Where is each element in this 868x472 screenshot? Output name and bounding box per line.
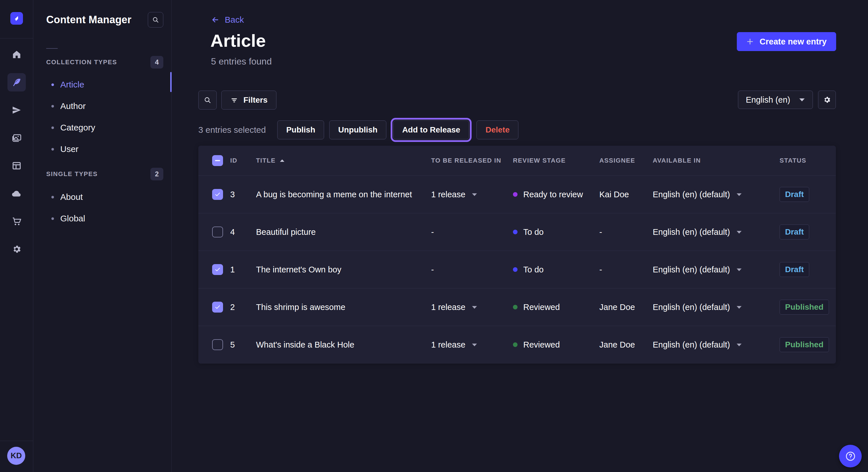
rail-content-manager-icon[interactable]: [7, 73, 26, 92]
release-value: 1 release: [431, 190, 465, 199]
sidebar-item-label: Category: [60, 123, 95, 133]
unpublish-button[interactable]: Unpublish: [329, 121, 386, 139]
entry-title: The internet's Own boy: [256, 265, 431, 274]
locale-cell[interactable]: English (en) (default): [653, 303, 780, 312]
locale-cell[interactable]: English (en) (default): [653, 227, 780, 237]
help-button[interactable]: [839, 445, 862, 467]
sidebar-search-button[interactable]: [148, 12, 163, 28]
locale-cell[interactable]: English (en) (default): [653, 340, 780, 349]
release-cell[interactable]: -: [431, 265, 513, 274]
col-header-assignee[interactable]: ASSIGNEE: [599, 157, 653, 164]
chevron-down-icon: [736, 193, 742, 196]
release-cell[interactable]: -: [431, 227, 513, 237]
select-all-checkbox[interactable]: [212, 155, 223, 166]
sidebar-item-article[interactable]: Article: [34, 74, 172, 95]
sidebar-item-label: Global: [60, 214, 85, 224]
rail-home-icon[interactable]: [7, 45, 26, 64]
col-header-title[interactable]: TITLE: [256, 157, 431, 164]
rail-content-type-builder-icon[interactable]: [7, 157, 26, 175]
sidebar-item-label: About: [60, 192, 83, 202]
assignee-value: Kai Doe: [599, 190, 653, 199]
rail-deploy-cloud-icon[interactable]: [7, 184, 26, 203]
status-badge[interactable]: Draft: [780, 187, 809, 202]
chevron-down-icon: [472, 305, 477, 309]
search-icon: [204, 96, 211, 104]
check-icon: [214, 266, 221, 273]
collection-types-label: COLLECTION TYPES: [46, 59, 117, 66]
locale-select[interactable]: English (en): [738, 91, 813, 109]
col-header-id[interactable]: ID: [230, 157, 256, 164]
table-row[interactable]: 4 Beautiful picture - To do - English (e…: [198, 213, 836, 250]
collection-types-count-badge: 4: [150, 56, 163, 69]
sort-asc-icon: [280, 159, 285, 163]
status-badge[interactable]: Published: [780, 337, 829, 352]
back-link[interactable]: Back: [211, 15, 244, 25]
rail-releases-icon[interactable]: [7, 101, 26, 119]
col-header-release[interactable]: TO BE RELEASED IN: [431, 157, 513, 164]
create-new-entry-button[interactable]: Create new entry: [737, 32, 836, 51]
rail-marketplace-cart-icon[interactable]: [7, 212, 26, 231]
row-checkbox[interactable]: [212, 339, 223, 350]
sidebar-item-user[interactable]: User: [34, 138, 172, 160]
stage-dot-icon: [513, 267, 518, 272]
assignee-value: -: [599, 265, 653, 274]
check-icon: [214, 304, 221, 310]
col-header-review-stage[interactable]: REVIEW STAGE: [513, 157, 599, 164]
filters-button[interactable]: Filters: [221, 91, 276, 109]
entry-id: 1: [230, 265, 256, 274]
locale-cell[interactable]: English (en) (default): [653, 265, 780, 274]
assignee-value: Jane Doe: [599, 303, 653, 312]
entries-count-text: 5 entries found: [211, 56, 272, 67]
stage-dot-icon: [513, 342, 518, 347]
list-search-button[interactable]: [198, 91, 217, 109]
locale-value: English (en) (default): [653, 227, 730, 237]
publish-button[interactable]: Publish: [277, 121, 324, 139]
sidebar-item-author[interactable]: Author: [34, 96, 172, 117]
stage-dot-icon: [513, 230, 518, 234]
row-checkbox[interactable]: [212, 264, 223, 275]
sidebar-item-global[interactable]: Global: [34, 208, 172, 229]
table-row[interactable]: 3 A bug is becoming a meme on the intern…: [198, 175, 836, 213]
view-settings-button[interactable]: [818, 91, 836, 109]
table-row[interactable]: 1 The internet's Own boy - To do - Engli…: [198, 250, 836, 288]
sidebar-item-category[interactable]: Category: [34, 117, 172, 138]
locale-value: English (en) (default): [653, 303, 730, 312]
row-checkbox[interactable]: [212, 227, 223, 237]
sidebar-divider: [46, 48, 58, 49]
table-row[interactable]: 2 This shrimp is awesome 1 release Revie…: [198, 288, 836, 326]
release-value: 1 release: [431, 340, 465, 349]
release-cell[interactable]: 1 release: [431, 190, 513, 199]
row-checkbox[interactable]: [212, 189, 223, 200]
entry-title: Beautiful picture: [256, 227, 431, 237]
col-header-available-in[interactable]: AVAILABLE IN: [653, 157, 780, 164]
add-to-release-button[interactable]: Add to Release: [393, 121, 469, 139]
row-checkbox[interactable]: [212, 302, 223, 312]
status-badge[interactable]: Published: [780, 300, 829, 314]
delete-button[interactable]: Delete: [476, 121, 518, 139]
status-badge[interactable]: Draft: [780, 225, 809, 239]
rail-media-library-icon[interactable]: [7, 129, 26, 147]
col-header-status[interactable]: STATUS: [780, 157, 836, 164]
sidebar-item-label: User: [60, 144, 79, 154]
arrow-left-icon: [211, 15, 220, 24]
rail-divider: [0, 38, 33, 38]
release-cell[interactable]: 1 release: [431, 303, 513, 312]
locale-cell[interactable]: English (en) (default): [653, 190, 780, 199]
strapi-logo[interactable]: [10, 12, 23, 25]
check-icon: [214, 191, 221, 198]
chevron-down-icon: [472, 193, 477, 196]
entry-id: 2: [230, 303, 256, 312]
sidebar-item-label: Article: [60, 80, 84, 90]
rail-bottom-divider: [0, 441, 33, 441]
table-row[interactable]: 5 What's inside a Black Hole 1 release R…: [198, 326, 836, 363]
stage-label: Reviewed: [523, 340, 560, 349]
rail-settings-gear-icon[interactable]: [7, 240, 26, 258]
bullet-icon: [51, 83, 54, 86]
status-badge[interactable]: Draft: [780, 262, 809, 277]
plus-icon: [746, 38, 754, 45]
entry-id: 4: [230, 227, 256, 237]
release-cell[interactable]: 1 release: [431, 340, 513, 349]
sidebar-item-about[interactable]: About: [34, 187, 172, 208]
entry-id: 5: [230, 340, 256, 349]
user-avatar[interactable]: KD: [7, 447, 25, 465]
